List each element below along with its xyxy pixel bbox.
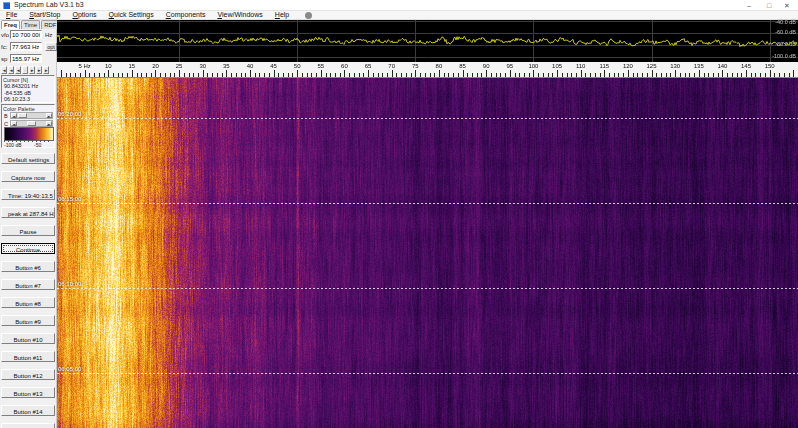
freq-tick-label: 70 <box>388 63 395 69</box>
cursor-panel-title: Cursor [N] <box>2 76 54 83</box>
freq-spinner-button-4[interactable]: ► <box>29 66 35 74</box>
waterfall-timestamp: 06:10:00 <box>58 281 81 288</box>
freq-tick-label: 5 Hz <box>78 63 90 69</box>
display-tabs: FreqTimeRDF <box>1 20 60 29</box>
waterfall-timestamp: 06:05:00 <box>58 366 81 373</box>
brightness-slider-row: B ◄ ► <box>3 112 53 120</box>
sidebar-button-button-13[interactable]: Button #13 <box>1 387 55 398</box>
freq-tick-label: 115 <box>600 63 610 69</box>
slider-left-arrow-icon[interactable]: ◄ <box>11 121 17 126</box>
freq-tick-label: 75 <box>412 63 419 69</box>
sidebar-button-button-6[interactable]: Button #6 <box>1 261 55 272</box>
window-titlebar: Spectrum Lab V3.1 b3 – □ ✕ <box>0 0 798 11</box>
freq-spinner-button-3[interactable]: · <box>22 66 28 74</box>
tab-time[interactable]: Time <box>21 20 40 29</box>
freq-tick-label: 15 <box>129 63 136 69</box>
contrast-slider[interactable]: ◄ ► <box>10 120 53 127</box>
slider-left-arrow-icon[interactable]: ◄ <box>11 113 17 118</box>
sidebar-button-button-15[interactable]: Button #15 <box>1 423 55 428</box>
menu-item-options[interactable]: Options <box>66 11 102 19</box>
app-icon <box>3 2 10 9</box>
tab-freq[interactable]: Freq <box>1 20 20 29</box>
freq-tick-label: 120 <box>623 63 633 69</box>
frequency-ruler-ticks <box>57 62 798 77</box>
sidebar-button-default-settings[interactable]: Default settings <box>1 153 55 164</box>
minimize-button[interactable]: – <box>740 0 758 11</box>
menu-item-help[interactable]: Help <box>269 11 295 19</box>
vfo-field-row: vfo Hz <box>1 30 56 41</box>
palette-db-scale: -100 dB -50 <box>4 140 52 148</box>
fc-field-row: fc: opt <box>1 42 56 53</box>
menu-item-viewwindows[interactable]: View/Windows <box>211 11 268 19</box>
sp-label: sp <box>1 56 10 62</box>
freq-spinner-button-1[interactable]: ◄ <box>8 66 14 74</box>
control-sidebar: FreqTimeRDF vfo Hz fc: opt sp ◄◄◄·►►► Cu… <box>0 20 57 428</box>
spectrogram-canvas[interactable] <box>57 78 798 428</box>
sidebar-button-button-9[interactable]: Button #9 <box>1 315 55 326</box>
freq-tick-label: 95 <box>506 63 513 69</box>
sidebar-button-button-10[interactable]: Button #10 <box>1 333 55 344</box>
freq-tick-label: 10 <box>105 63 112 69</box>
sidebar-button-button-7[interactable]: Button #7 <box>1 279 55 290</box>
freq-tick-label: 60 <box>341 63 348 69</box>
freq-tick-label: 30 <box>199 63 206 69</box>
cursor-time: 06:10:23.3 <box>2 96 54 103</box>
freq-tick-label: 100 <box>528 63 538 69</box>
slider-right-arrow-icon[interactable]: ► <box>46 121 52 126</box>
menu-item-file[interactable]: File <box>0 11 23 19</box>
freq-tick-label: 40 <box>247 63 254 69</box>
fc-label: fc: <box>1 44 10 50</box>
brightness-slider-thumb[interactable] <box>18 113 27 118</box>
freq-tick-label: 20 <box>152 63 159 69</box>
freq-tick-label: 140 <box>717 63 727 69</box>
freq-tick-label: 85 <box>459 63 466 69</box>
freq-tick-label: 90 <box>483 63 490 69</box>
sidebar-button-button-11[interactable]: Button #11 <box>1 351 55 362</box>
spectrum-trace-canvas[interactable] <box>57 20 798 62</box>
freq-tick-label: 110 <box>576 63 586 69</box>
sp-input[interactable] <box>10 54 42 63</box>
spectrum-graph[interactable]: -40.0 dB-60.0 dB-80.0 dB-100.0 dB <box>57 20 798 62</box>
sidebar-button-button-12[interactable]: Button #12 <box>1 369 55 380</box>
waterfall-timestamp: 06:15:00 <box>58 196 81 203</box>
window-title: Spectrum Lab V3.1 b3 <box>14 1 84 8</box>
close-button[interactable]: ✕ <box>778 0 796 11</box>
fc-input[interactable] <box>10 42 42 51</box>
freq-spinner-button-0[interactable]: ◄ <box>1 66 7 74</box>
freq-spinner-button-5[interactable]: ► <box>36 66 42 74</box>
freq-tick-label: 65 <box>365 63 372 69</box>
slider-right-arrow-icon[interactable]: ► <box>46 113 52 118</box>
freq-spinner-button-6[interactable]: ► <box>43 66 49 74</box>
frequency-ruler[interactable]: 5 Hz101520253035404550556065707580859095… <box>57 62 798 78</box>
sidebar-button-continue[interactable]: Continue <box>1 243 55 254</box>
spectrogram-waterfall[interactable]: 06:20:0006:15:0006:10:0006:05:00 <box>57 78 798 428</box>
vfo-input[interactable] <box>10 30 42 39</box>
contrast-slider-thumb[interactable] <box>27 121 36 126</box>
sidebar-button-capture-now[interactable]: Capture now <box>1 171 55 182</box>
freq-tick-label: 150 <box>765 63 775 69</box>
freq-tick-label: 135 <box>694 63 704 69</box>
sidebar-button-button-8[interactable]: Button #8 <box>1 297 55 308</box>
vfo-label: vfo <box>1 32 10 38</box>
fc-opt-button[interactable]: opt <box>45 42 57 51</box>
menu-item-quicksettings[interactable]: Quick Settings <box>103 11 160 19</box>
sp-field-row: sp <box>1 54 56 65</box>
sidebar-button-peak-at-287-84-hz[interactable]: peak at 287.84 Hz <box>1 207 55 218</box>
sidebar-button-pause[interactable]: Pause <box>1 225 55 236</box>
freq-tick-label: 35 <box>223 63 230 69</box>
status-led-icon <box>305 12 312 19</box>
sidebar-button-time-19-40-13-5[interactable]: Time: 19:40:13.5 <box>1 189 55 200</box>
menu-item-components[interactable]: Components <box>160 11 212 19</box>
color-palette-panel: Color Palette B ◄ ► C ◄ ► -100 dB -50 <box>1 104 55 148</box>
freq-tick-label: 25 <box>176 63 183 69</box>
sidebar-button-button-14[interactable]: Button #14 <box>1 405 55 416</box>
amplitude-grid-label: -40.0 dB <box>775 19 796 25</box>
freq-spinner-button-2[interactable]: ◄ <box>15 66 21 74</box>
menu-item-startstop[interactable]: Start/Stop <box>23 11 66 19</box>
waterfall-timestamp: 06:20:00 <box>58 111 81 118</box>
maximize-button[interactable]: □ <box>760 0 778 11</box>
brightness-label: B <box>4 113 8 119</box>
sidebar-button-stack: Default settingsCapture nowTime: 19:40:1… <box>1 148 56 428</box>
freq-tick-label: 45 <box>270 63 277 69</box>
brightness-slider[interactable]: ◄ ► <box>10 112 53 119</box>
